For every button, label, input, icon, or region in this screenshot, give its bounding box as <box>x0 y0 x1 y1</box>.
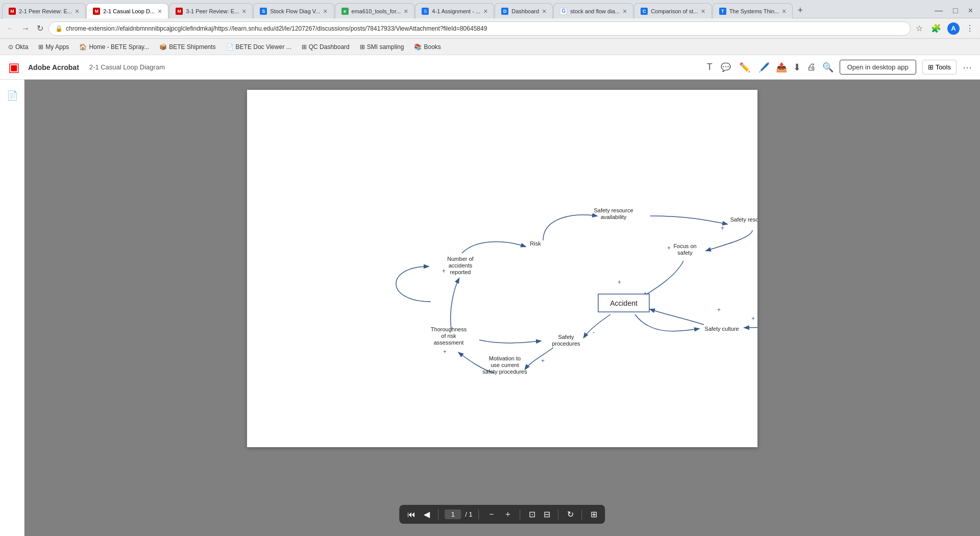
url-box[interactable]: 🔒 chrome-extension://efaidnbmnnnibpcajpc… <box>48 21 911 36</box>
page-total-label: / 1 <box>465 510 472 518</box>
forward-button[interactable]: → <box>19 22 32 35</box>
sign-10: + <box>443 348 447 355</box>
tab-systems-think[interactable]: T The Systems Thin... × <box>713 3 793 18</box>
bookmark-books-label: Books <box>424 43 440 51</box>
bookmark-okta[interactable]: ⊙ Okta <box>4 42 32 52</box>
zoom-out-button[interactable]: － <box>485 508 498 521</box>
rotate-button[interactable]: ↻ <box>565 508 576 520</box>
bookmark-star-icon[interactable]: ☆ <box>914 21 925 35</box>
tab-controls: — □ × <box>932 3 980 18</box>
tab-comparison[interactable]: C Comparison of st... × <box>634 3 712 18</box>
tab-title-6: 4-1 Assignment - ... <box>432 8 480 14</box>
acrobat-topbar: ▣ Adobe Acrobat 2-1 Casual Loop Diagram … <box>0 55 980 80</box>
tab-close-5[interactable]: × <box>404 7 408 15</box>
bookmark-smi-label: SMI sampling <box>367 43 404 51</box>
num-accidents-label: Number of <box>447 256 474 262</box>
motivation-label: Motivation to <box>489 355 521 361</box>
tab-title-10: The Systems Thin... <box>729 8 779 14</box>
tab-close-2[interactable]: × <box>158 7 162 15</box>
tab-casual-loop[interactable]: M 2-1 Casual Loop D... × <box>86 3 168 18</box>
bookmarks-bar: ⊙ Okta ⊞ My Apps 🏠 Home - BETE Spray... … <box>0 39 980 55</box>
new-tab-button[interactable]: + <box>793 3 807 18</box>
sign-9: + <box>541 357 545 364</box>
tab-peer-review-3[interactable]: M 3-1 Peer Review: E... × <box>169 3 253 18</box>
comment-icon[interactable]: 💬 <box>721 62 731 72</box>
more-options-dots[interactable]: ⋯ <box>963 62 972 73</box>
tab-assignment[interactable]: S 4-1 Assignment - ... × <box>415 3 494 18</box>
prev-page-button[interactable]: ◀ <box>422 508 432 520</box>
tools-button[interactable]: ⊞ Tools <box>922 60 957 75</box>
tab-close-6[interactable]: × <box>483 7 487 15</box>
safety-resource-avail-label: Safety resource <box>594 207 633 213</box>
close-button[interactable]: × <box>965 5 976 16</box>
bookmark-bete-shipments[interactable]: 📦 BETE Shipments <box>155 42 219 52</box>
fit-page-button[interactable]: ⊡ <box>527 508 537 520</box>
address-right: ☆ 🧩 A ⋮ <box>914 21 976 35</box>
bookmark-bete-home[interactable]: 🏠 Home - BETE Spray... <box>75 42 153 52</box>
tab-close-7[interactable]: × <box>542 7 546 15</box>
fit-width-button[interactable]: ⊟ <box>542 508 552 520</box>
open-desktop-button[interactable]: Open in desktop app <box>840 60 916 75</box>
tab-bar: M 2-1 Peer Review: E... × M 2-1 Casual L… <box>0 0 980 18</box>
lock-icon: 🔒 <box>55 25 63 32</box>
my-apps-icon: ⊞ <box>38 43 43 51</box>
tab-close-1[interactable]: × <box>75 7 79 15</box>
sign-8: - <box>593 329 595 336</box>
qc-icon: ⊞ <box>302 43 307 51</box>
text-tool-icon[interactable]: T <box>707 62 713 72</box>
safety-procedures-label2: procedures <box>552 340 580 347</box>
highlight-icon[interactable]: ✏️ <box>739 62 750 73</box>
reload-button[interactable]: ↻ <box>35 21 45 35</box>
tab-stock-flow[interactable]: S Stock Flow Diag V... × <box>253 3 334 18</box>
bookmark-bete-home-label: Home - BETE Spray... <box>89 43 149 51</box>
toolbar-separator-3 <box>520 509 521 520</box>
bookmark-my-apps[interactable]: ⊞ My Apps <box>34 42 73 52</box>
bookmark-bete-doc-label: BETE Doc Viewer ... <box>236 43 291 51</box>
tab-favicon-4: S <box>260 8 267 15</box>
profile-avatar[interactable]: A <box>947 22 960 35</box>
bookmark-bete-doc[interactable]: 📄 BETE Doc Viewer ... <box>222 42 296 52</box>
accident-label: Accident <box>610 299 638 307</box>
minimize-button[interactable]: — <box>932 5 946 16</box>
tab-close-9[interactable]: × <box>701 7 705 15</box>
bookmark-my-apps-label: My Apps <box>45 43 69 51</box>
first-page-button[interactable]: ⏮ <box>405 509 418 520</box>
tab-close-8[interactable]: × <box>623 7 627 15</box>
draw-icon[interactable]: 🖊️ <box>758 62 770 73</box>
more-tools-button[interactable]: ⊞ <box>589 508 599 520</box>
tab-title-3: 3-1 Peer Review: E... <box>186 8 239 14</box>
back-button[interactable]: ← <box>4 22 16 35</box>
toolbar-separator-4 <box>558 509 559 520</box>
tab-close-3[interactable]: × <box>242 7 246 15</box>
focus-safety-label2: safety <box>677 250 693 256</box>
tab-dashboard[interactable]: D Dashboard × <box>495 3 553 18</box>
pdf-page: Accident Risk Safety resource availabili… <box>247 90 757 447</box>
tab-close-10[interactable]: × <box>782 7 786 15</box>
tab-stock-flow-dia[interactable]: G stock and flow dia... × <box>553 3 633 18</box>
more-options-icon[interactable]: ⋮ <box>964 21 976 35</box>
share-icon[interactable]: 📤 <box>776 62 787 73</box>
bookmark-smi[interactable]: ⊞ SMI sampling <box>356 42 408 52</box>
risk-label: Risk <box>530 240 541 247</box>
print-icon[interactable]: 🖨 <box>807 62 816 72</box>
tab-close-4[interactable]: × <box>323 7 327 15</box>
bookmark-qc-dashboard[interactable]: ⊞ QC Dashboard <box>298 42 354 52</box>
tools-grid-icon: ⊞ <box>928 63 934 71</box>
pages-panel-icon[interactable]: 📄 <box>3 86 22 105</box>
page-number-input[interactable] <box>445 509 461 519</box>
focus-safety-label: Focus on <box>673 243 696 249</box>
maximize-button[interactable]: □ <box>950 5 961 16</box>
pdf-viewer-area: Accident Risk Safety resource availabili… <box>24 80 980 536</box>
download-icon[interactable]: ⬇ <box>793 62 801 73</box>
tab-ema610[interactable]: e ema610_tools_for... × <box>335 3 415 18</box>
acrobat-tool-icons: T 💬 ✏️ 🖊️ <box>707 62 770 73</box>
bete-shipments-icon: 📦 <box>159 43 167 51</box>
bookmark-books[interactable]: 📚 Books <box>410 42 445 52</box>
tab-peer-review-1[interactable]: M 2-1 Peer Review: E... × <box>2 3 86 18</box>
zoom-in-button[interactable]: ＋ <box>502 508 514 521</box>
acrobat-right-controls: 📤 ⬇ 🖨 🔍 Open in desktop app ⊞ Tools ⋯ <box>776 60 972 75</box>
search-icon[interactable]: 🔍 <box>822 62 834 73</box>
tab-title-8: stock and flow dia... <box>570 8 620 14</box>
tab-title-5: ema610_tools_for... <box>352 8 401 14</box>
extension-puzzle-icon[interactable]: 🧩 <box>929 21 943 35</box>
